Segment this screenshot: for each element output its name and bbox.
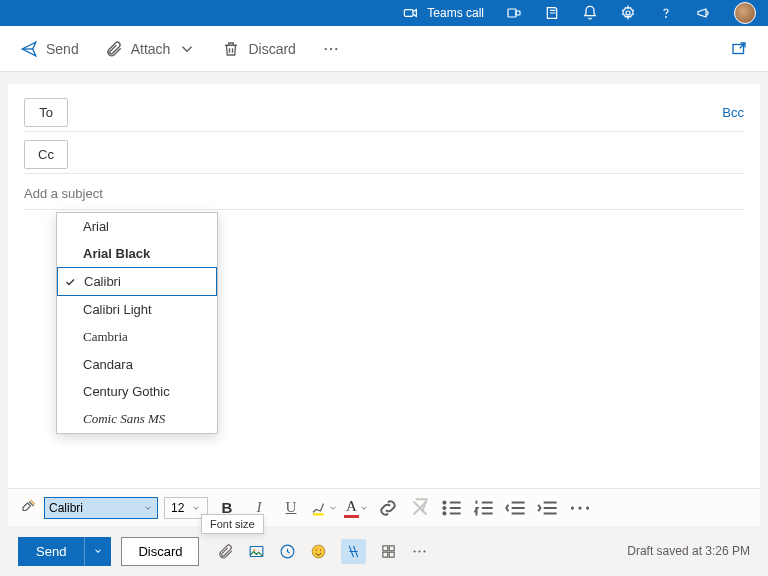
meet-now-icon[interactable] [506,5,522,21]
discard-primary-button[interactable]: Discard [121,537,199,566]
clear-format-button[interactable] [407,495,433,521]
font-option-label: Century Gothic [83,384,170,399]
trash-icon [222,40,240,58]
font-option[interactable]: Century Gothic [57,378,217,405]
link-button[interactable] [375,495,401,521]
megaphone-icon[interactable] [696,5,712,21]
format-toolbar: Calibri 12 B I U A [8,488,760,526]
help-icon[interactable] [658,5,674,21]
bottom-icons [217,539,428,564]
svg-rect-1 [508,9,516,17]
show-format-button[interactable] [341,539,366,564]
bullets-button[interactable] [439,495,465,521]
popout-icon [730,40,748,58]
font-option-label: Arial [83,219,109,234]
chevron-down-icon [143,503,153,513]
send-icon [20,40,38,58]
more-format-button[interactable] [567,495,593,521]
subject-row [24,178,744,210]
gear-icon[interactable] [620,5,636,21]
font-option[interactable]: Comic Sans MS [57,405,217,433]
send-button[interactable]: Send [20,40,79,58]
send-options-button[interactable] [84,537,111,566]
notes-icon[interactable] [544,5,560,21]
to-button[interactable]: To [24,98,68,127]
svg-point-27 [419,550,421,552]
svg-point-3 [626,11,630,15]
font-color-button[interactable]: A [344,498,369,518]
outdent-button[interactable] [503,495,529,521]
attach-button[interactable]: Attach [105,40,197,58]
bcc-link[interactable]: Bcc [722,105,744,120]
svg-point-26 [414,550,416,552]
font-option-label: Cambria [83,329,128,344]
draft-status: Draft saved at 3:26 PM [627,544,750,558]
teams-call-button[interactable]: Teams call [403,5,484,21]
font-size-tooltip: Font size [201,514,264,534]
svg-point-19 [313,545,326,558]
font-option[interactable]: Arial Black [57,240,217,267]
attach-icon[interactable] [217,543,234,560]
font-option[interactable]: Calibri Light [57,296,217,323]
discard-label: Discard [248,41,295,57]
svg-point-4 [666,17,667,18]
subject-input[interactable] [24,186,744,201]
svg-point-12 [443,512,445,514]
font-option-label: Comic Sans MS [83,411,165,426]
font-option-label: Calibri Light [83,302,152,317]
paperclip-icon [105,40,123,58]
bottom-bar: Send Discard Draft saved at 3:26 PM [0,526,768,576]
send-primary-button[interactable]: Send [18,537,84,566]
bell-icon[interactable] [582,5,598,21]
highlight-button[interactable] [310,499,338,517]
svg-point-6 [330,47,332,49]
more-button[interactable] [322,40,340,58]
attach-label: Attach [131,41,171,57]
avatar[interactable] [734,2,756,24]
app-topbar: Teams call [0,0,768,26]
cc-row: Cc [24,136,744,174]
font-option[interactable]: Cambria [57,323,217,351]
indent-button[interactable] [535,495,561,521]
chevron-down-icon [178,40,196,58]
svg-point-11 [443,506,445,508]
command-bar: Send Attach Discard [0,26,768,72]
open-new-window-button[interactable] [730,40,748,58]
cc-button[interactable]: Cc [24,140,68,169]
font-option-label: Arial Black [83,246,150,261]
svg-rect-9 [313,513,324,515]
emoji-icon[interactable] [310,543,327,560]
font-option[interactable]: Calibri [57,267,217,296]
numbering-button[interactable] [471,495,497,521]
check-icon [64,276,76,291]
font-size-value: 12 [171,501,191,515]
font-family-select[interactable]: Calibri [44,497,158,519]
picture-icon[interactable] [248,543,265,560]
font-option[interactable]: Arial [57,213,217,240]
compose-card: To Bcc Cc ArialArial BlackCalibriCalibri… [8,84,760,526]
svg-point-14 [578,506,581,509]
underline-button[interactable]: U [278,495,304,521]
expression-icon[interactable] [279,543,296,560]
svg-rect-0 [405,10,414,17]
font-family-dropdown[interactable]: ArialArial BlackCalibriCalibri LightCamb… [56,212,218,434]
discard-button[interactable]: Discard [222,40,295,58]
send-label: Send [46,41,79,57]
svg-rect-22 [383,545,388,550]
font-option[interactable]: Candara [57,351,217,378]
svg-point-5 [325,47,327,49]
svg-point-28 [424,550,426,552]
teams-call-label: Teams call [427,6,484,20]
svg-point-20 [316,549,317,550]
ellipsis-icon [322,40,340,58]
apps-icon[interactable] [380,543,397,560]
svg-point-21 [320,549,321,550]
video-icon [403,5,419,21]
svg-point-7 [335,47,337,49]
svg-rect-2 [516,11,520,15]
format-painter-button[interactable] [20,497,38,518]
svg-rect-23 [390,545,395,550]
font-family-value: Calibri [49,501,143,515]
more-bottom-button[interactable] [411,543,428,560]
svg-rect-24 [383,552,388,557]
